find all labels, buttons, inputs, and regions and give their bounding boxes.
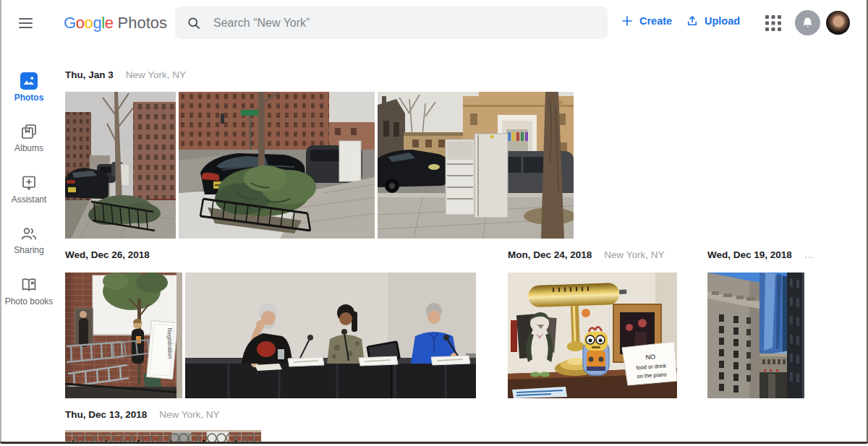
apps-grid-icon [765,14,782,32]
assistant-icon [0,173,58,192]
sidebar-label-albums: Albums [0,143,58,153]
photo-thumbnail-refrigerators-sidewalk[interactable] [378,92,574,239]
sidebar-label-sharing: Sharing [0,245,58,255]
google-photos-window: Google Photos Create Upload [0,0,868,446]
upload-icon [686,14,699,27]
upload-label: Upload [705,15,740,27]
section-header: Wed, Dec 19, 2018… [707,249,814,262]
hamburger-icon [19,18,33,20]
section-header: Wed, Dec 26, 2018 [65,249,150,262]
sidebar: Photos Albums Assistant [0,46,58,446]
sidebar-label-assistant: Assistant [0,194,58,205]
albums-icon [0,121,58,140]
photo-thumbnail-street-tree-pit[interactable] [65,92,176,239]
logo-letter: G [64,14,76,33]
section-header: Mon, Dec 24, 2018New York, NY [508,249,665,262]
app-header: Google Photos Create Upload [0,0,868,46]
location-label: New York, NY [159,409,219,420]
date-label: Thu, Dec 13, 2018 [65,409,147,420]
sidebar-label-photos: Photos [0,93,58,103]
window-left-edge [0,0,1,443]
bell-icon [800,15,815,30]
photo-thumbnail-sedan-christmas-tree[interactable] [179,92,375,239]
registration-sign-text: Registration [166,327,174,359]
sidebar-item-sharing[interactable]: Sharing [0,223,58,255]
location-label: … [804,249,814,260]
menu-button[interactable] [19,15,36,31]
photo-thumbnail-registration-barriers[interactable]: Registration [65,273,182,398]
sidebar-item-albums[interactable]: Albums [0,121,58,153]
upload-button[interactable]: Upload [686,14,740,27]
notifications-button[interactable] [795,10,820,35]
create-button[interactable]: Create [621,14,672,27]
date-label: Thu, Jan 3 [65,69,114,80]
section-header: Thu, Dec 13, 2018New York, NY [65,409,220,421]
sidebar-item-photo-books[interactable]: Photo books [0,275,58,306]
search-icon [187,16,201,30]
photos-icon [0,71,58,90]
sharing-icon [0,223,58,242]
create-label: Create [639,15,672,27]
photo-thumbnail-manhattan-buildings[interactable] [707,273,804,398]
window-bottom-border [0,442,868,444]
logo-product-name: Photos [118,14,168,33]
account-avatar[interactable] [826,11,850,35]
location-label: New York, NY [126,69,186,80]
plus-icon [621,14,634,27]
location-label: New York, NY [604,249,664,260]
sidebar-item-photos[interactable]: Photos [0,71,58,103]
piano-sign-line-1: NO [645,353,655,361]
search-bar[interactable] [175,7,608,39]
photo-thumbnail-piano-lamp[interactable]: NO food or drink on the piano [508,273,677,398]
date-label: Wed, Dec 26, 2018 [65,249,150,260]
photo-thumbnail-brick-wall-fence[interactable] [65,430,261,442]
apps-grid-button[interactable] [764,14,783,33]
google-photos-logo[interactable]: Google Photos [64,12,167,35]
sidebar-label-photo-books: Photo books [0,296,58,306]
photo-thumbnail-panel-discussion[interactable] [185,273,476,398]
sidebar-item-assistant[interactable]: Assistant [0,173,58,205]
search-input[interactable] [212,16,596,30]
section-header: Thu, Jan 3New York, NY [65,69,186,82]
date-label: Mon, Dec 24, 2018 [508,249,592,260]
photo-books-icon [0,275,58,293]
date-label: Wed, Dec 19, 2018 [707,249,792,260]
